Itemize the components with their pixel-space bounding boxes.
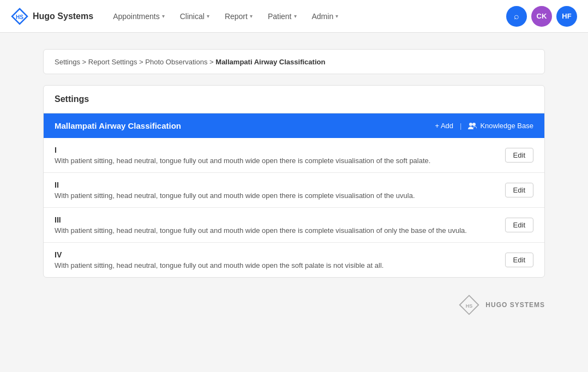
item-content: I With patient sitting, head neutral, to…: [55, 146, 494, 165]
item-description: With patient sitting, head neutral, tong…: [55, 157, 494, 165]
edit-button-I[interactable]: Edit: [505, 148, 533, 163]
item-description: With patient sitting, head neutral, tong…: [55, 226, 494, 235]
nav-item-appointments[interactable]: Appointments ▾: [106, 8, 171, 25]
edit-button-III[interactable]: Edit: [505, 218, 533, 232]
avatar-hf[interactable]: HF: [556, 6, 577, 27]
navbar-left: HS Hugo Systems Appointments ▾ Clinical …: [11, 8, 345, 25]
list-item: III With patient sitting, head neutral, …: [44, 208, 544, 243]
item-title: I: [55, 146, 494, 154]
items-list: I With patient sitting, head neutral, to…: [44, 138, 544, 277]
settings-header: Settings: [44, 86, 544, 113]
footer: HS HUGO SYSTEMS: [43, 278, 545, 332]
chevron-down-icon: ▾: [207, 13, 209, 19]
item-description: With patient sitting, head neutral, tong…: [55, 191, 494, 200]
nav-item-report[interactable]: Report ▾: [218, 8, 259, 25]
breadcrumb: Settings > Report Settings > Photo Obser…: [55, 58, 325, 66]
separator: |: [460, 122, 461, 130]
section-header: Mallampati Airway Classification + Add |…: [44, 113, 544, 138]
logo-icon: HS: [11, 8, 28, 25]
knowledge-base-button[interactable]: Knowledge Base: [468, 122, 533, 130]
item-content: II With patient sitting, head neutral, t…: [55, 181, 494, 200]
section-title: Mallampati Airway Classification: [55, 121, 181, 130]
chevron-down-icon: ▾: [250, 13, 253, 19]
list-item: I With patient sitting, head neutral, to…: [44, 138, 544, 173]
add-button[interactable]: + Add: [435, 122, 453, 130]
svg-point-3: [472, 123, 476, 126]
nav-item-patient[interactable]: Patient ▾: [261, 8, 303, 25]
footer-text: HUGO SYSTEMS: [485, 301, 545, 309]
item-title: III: [55, 215, 494, 224]
item-description: With patient sitting, head neutral, tong…: [55, 261, 494, 269]
nav-menu: Appointments ▾ Clinical ▾ Report ▾ Patie…: [106, 8, 345, 25]
search-button[interactable]: ⌕: [506, 6, 527, 27]
svg-text:HS: HS: [466, 303, 473, 309]
logo-text: Hugo Systems: [33, 11, 93, 21]
svg-point-2: [469, 123, 472, 126]
avatar-ck[interactable]: CK: [531, 6, 552, 27]
item-title: II: [55, 181, 494, 189]
item-content: IV With patient sitting, head neutral, t…: [55, 250, 494, 269]
item-title: IV: [55, 250, 494, 259]
main-content: Settings > Report Settings > Photo Obser…: [32, 49, 556, 332]
item-content: III With patient sitting, head neutral, …: [55, 215, 494, 235]
svg-text:HS: HS: [16, 14, 23, 20]
list-item: IV With patient sitting, head neutral, t…: [44, 243, 544, 277]
section-actions: + Add | Knowledge Base: [435, 122, 533, 130]
nav-item-admin[interactable]: Admin ▾: [305, 8, 345, 25]
nav-item-clinical[interactable]: Clinical ▾: [173, 8, 216, 25]
edit-button-IV[interactable]: Edit: [505, 253, 533, 267]
chevron-down-icon: ▾: [162, 13, 165, 19]
chevron-down-icon: ▾: [294, 13, 297, 19]
edit-button-II[interactable]: Edit: [505, 183, 533, 197]
search-icon: ⌕: [514, 11, 519, 21]
settings-card: Settings Mallampati Airway Classificatio…: [43, 85, 545, 278]
navbar: HS Hugo Systems Appointments ▾ Clinical …: [0, 0, 588, 33]
breadcrumb-card: Settings > Report Settings > Photo Obser…: [43, 49, 545, 74]
logo[interactable]: HS Hugo Systems: [11, 8, 93, 25]
chevron-down-icon: ▾: [335, 13, 338, 19]
footer-logo-icon: HS: [458, 294, 480, 316]
list-item: II With patient sitting, head neutral, t…: [44, 173, 544, 208]
navbar-right: ⌕ CK HF: [506, 6, 577, 27]
people-icon: [468, 122, 477, 130]
